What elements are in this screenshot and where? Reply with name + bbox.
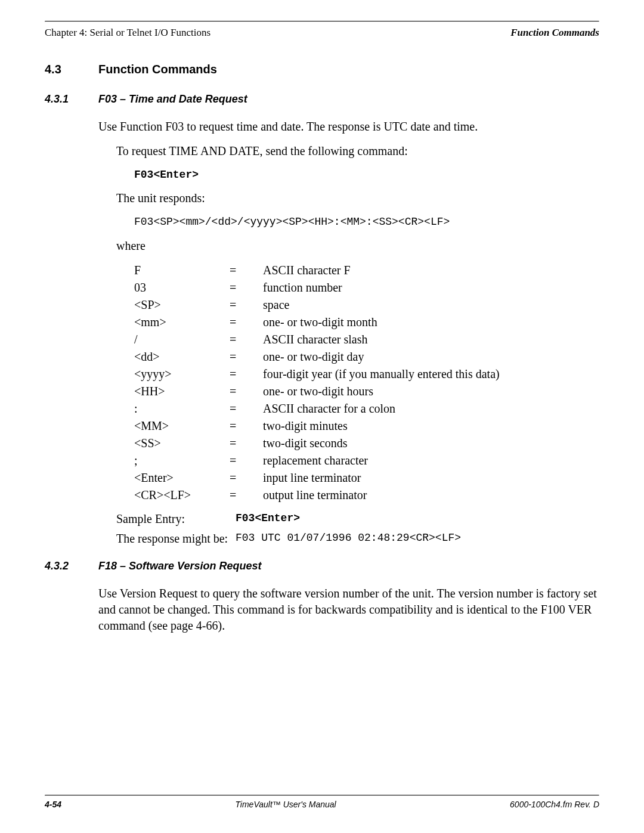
def-row: <Enter>=input line terminator <box>134 470 599 485</box>
def-symbol: <SS> <box>134 435 230 451</box>
paragraph: The unit responds: <box>116 190 599 206</box>
def-row: <SS>=two-digit seconds <box>134 435 599 451</box>
page: Chapter 4: Serial or Telnet I/O Function… <box>0 0 644 833</box>
subsection-heading-432: 4.3.2 F18 – Software Version Request <box>45 560 599 572</box>
def-row: <dd>=one- or two-digit day <box>134 349 599 364</box>
sample-response-label: The response might be: <box>116 532 236 546</box>
where-label: where <box>116 238 599 254</box>
def-symbol: : <box>134 401 230 416</box>
def-eq: = <box>230 349 263 364</box>
def-desc: function number <box>263 280 599 295</box>
def-row: <MM>=two-digit minutes <box>134 418 599 433</box>
section-number: 4.3 <box>45 63 98 76</box>
sample-entry-row: Sample Entry: F03<Enter> <box>98 512 599 526</box>
sample-entry-value: F03<Enter> <box>236 512 599 526</box>
def-desc: two-digit seconds <box>263 435 599 451</box>
paragraph: Use Version Request to query the softwar… <box>98 586 599 634</box>
def-eq: = <box>230 487 263 503</box>
def-desc: ASCII character slash <box>263 332 599 347</box>
def-eq: = <box>230 435 263 451</box>
subsection-title: F18 – Software Version Request <box>98 560 261 572</box>
def-desc: one- or two-digit hours <box>263 383 599 399</box>
section-title: Function Commands <box>98 63 217 76</box>
def-eq: = <box>230 332 263 347</box>
def-desc: ASCII character for a colon <box>263 401 599 416</box>
def-row: /=ASCII character slash <box>134 332 599 347</box>
def-symbol: <SP> <box>134 297 230 312</box>
running-header: Chapter 4: Serial or Telnet I/O Function… <box>45 27 599 39</box>
def-eq: = <box>230 366 263 382</box>
footer: 4-54 TimeVault™ User's Manual 6000-100Ch… <box>45 795 599 809</box>
section-heading: 4.3 Function Commands <box>45 63 599 76</box>
def-row: <mm>=one- or two-digit month <box>134 314 599 330</box>
sample-response-value: F03 UTC 01/07/1996 02:48:29<CR><LF> <box>236 532 599 546</box>
top-rule <box>45 21 599 22</box>
def-symbol: <dd> <box>134 349 230 364</box>
def-symbol: <CR><LF> <box>134 487 230 503</box>
def-desc: ASCII character F <box>263 262 599 278</box>
def-symbol: ; <box>134 453 230 468</box>
def-symbol: 03 <box>134 280 230 295</box>
header-left: Chapter 4: Serial or Telnet I/O Function… <box>45 27 210 39</box>
paragraph: Use Function F03 to request time and dat… <box>98 119 599 135</box>
subsection-number: 4.3.2 <box>45 560 98 572</box>
def-row: <HH>=one- or two-digit hours <box>134 383 599 399</box>
header-right: Function Commands <box>510 27 599 39</box>
def-row: <SP>=space <box>134 297 599 312</box>
def-row: :=ASCII character for a colon <box>134 401 599 416</box>
def-eq: = <box>230 297 263 312</box>
def-row: <CR><LF>=output line terminator <box>134 487 599 503</box>
def-desc: one- or two-digit day <box>263 349 599 364</box>
definition-table: F=ASCII character F 03=function number <… <box>134 262 599 503</box>
def-symbol: <yyyy> <box>134 366 230 382</box>
def-symbol: <Enter> <box>134 470 230 485</box>
body-432: Use Version Request to query the softwar… <box>98 586 599 634</box>
def-eq: = <box>230 280 263 295</box>
def-eq: = <box>230 314 263 330</box>
footer-right: 6000-100Ch4.fm Rev. D <box>510 800 599 809</box>
def-symbol: <MM> <box>134 418 230 433</box>
subsection-number: 4.3.1 <box>45 93 98 106</box>
subsection-heading-431: 4.3.1 F03 – Time and Date Request <box>45 93 599 106</box>
footer-center: TimeVault™ User's Manual <box>235 800 336 809</box>
def-desc: replacement character <box>263 453 599 468</box>
def-eq: = <box>230 262 263 278</box>
def-row: <yyyy>=four-digit year (if you manually … <box>134 366 599 382</box>
def-row: 03=function number <box>134 280 599 295</box>
def-symbol: F <box>134 262 230 278</box>
def-eq: = <box>230 418 263 433</box>
def-desc: two-digit minutes <box>263 418 599 433</box>
def-desc: one- or two-digit month <box>263 314 599 330</box>
bottom-rule <box>45 795 599 796</box>
def-eq: = <box>230 470 263 485</box>
page-number: 4-54 <box>45 800 61 809</box>
def-desc: space <box>263 297 599 312</box>
def-eq: = <box>230 453 263 468</box>
sample-entry-label: Sample Entry: <box>116 512 236 526</box>
def-symbol: <mm> <box>134 314 230 330</box>
def-desc: four-digit year (if you manually entered… <box>263 366 599 382</box>
subsection-title: F03 – Time and Date Request <box>98 93 247 106</box>
response-line: F03<SP><mm>/<dd>/<yyyy><SP><HH>:<MM>:<SS… <box>134 215 599 229</box>
def-row: ;=replacement character <box>134 453 599 468</box>
def-eq: = <box>230 401 263 416</box>
body-431: Use Function F03 to request time and dat… <box>98 119 599 546</box>
paragraph: To request TIME AND DATE, send the follo… <box>116 143 599 159</box>
def-desc: input line terminator <box>263 470 599 485</box>
def-row: F=ASCII character F <box>134 262 599 278</box>
def-symbol: / <box>134 332 230 347</box>
sample-response-row: The response might be: F03 UTC 01/07/199… <box>98 532 599 546</box>
def-eq: = <box>230 383 263 399</box>
def-desc: output line terminator <box>263 487 599 503</box>
command-line: F03<Enter> <box>134 168 599 182</box>
def-symbol: <HH> <box>134 383 230 399</box>
